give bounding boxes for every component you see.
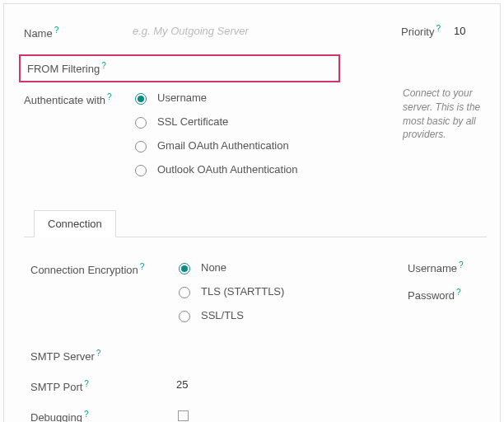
encryption-help-icon[interactable]: ? bbox=[140, 262, 145, 271]
auth-option-username: Username bbox=[157, 91, 207, 104]
smtp-server-label: SMTP Server? bbox=[30, 347, 175, 363]
credentials-block: Username? Password? bbox=[408, 260, 490, 316]
enc-radio-none[interactable] bbox=[179, 263, 190, 274]
tab-connection-body: Username? Password? Connection Encryptio… bbox=[24, 237, 487, 422]
enc-option-none: None bbox=[201, 261, 226, 274]
smtp-port-label: SMTP Port? bbox=[30, 377, 175, 393]
auth-option-outlook: Outlook OAuth Authentication bbox=[157, 163, 298, 176]
tabs-bar: Connection bbox=[24, 209, 487, 237]
encryption-label: Connection Encryption? bbox=[30, 260, 175, 276]
tab-connection[interactable]: Connection bbox=[34, 210, 116, 237]
from-filtering-row: FROM Filtering? bbox=[19, 54, 340, 82]
name-input[interactable] bbox=[131, 24, 279, 38]
smtp-server-input[interactable] bbox=[175, 347, 323, 361]
from-filtering-help-icon[interactable]: ? bbox=[101, 61, 106, 70]
auth-radio-gmail[interactable] bbox=[135, 141, 147, 152]
username-label: Username bbox=[408, 262, 457, 274]
password-label: Password bbox=[408, 289, 455, 302]
auth-radio-outlook[interactable] bbox=[135, 165, 147, 176]
debugging-label: Debugging? bbox=[30, 408, 175, 422]
priority-help-icon[interactable]: ? bbox=[436, 24, 441, 33]
auth-option-sslcert: SSL Certificate bbox=[157, 115, 228, 128]
name-help-icon[interactable]: ? bbox=[54, 26, 59, 35]
from-filtering-label: FROM Filtering bbox=[27, 63, 100, 76]
password-help-icon[interactable]: ? bbox=[456, 288, 461, 297]
auth-radio-username[interactable] bbox=[135, 93, 147, 105]
username-help-icon[interactable]: ? bbox=[459, 260, 464, 270]
auth-description: Connect to your server. This is the most… bbox=[403, 87, 502, 142]
enc-option-tls: TLS (STARTTLS) bbox=[201, 285, 284, 298]
priority-label: Priority? bbox=[401, 24, 441, 38]
auth-radio-sslcert[interactable] bbox=[135, 117, 147, 129]
debugging-checkbox[interactable] bbox=[178, 410, 189, 421]
debugging-help-icon[interactable]: ? bbox=[84, 410, 89, 419]
priority-input[interactable] bbox=[452, 24, 477, 38]
auth-option-gmail: Gmail OAuth Authentication bbox=[157, 139, 289, 152]
enc-radio-tls[interactable] bbox=[179, 287, 190, 298]
smtp-port-input[interactable] bbox=[175, 377, 323, 392]
enc-option-ssl: SSL/TLS bbox=[201, 309, 244, 321]
smtp-port-help-icon[interactable]: ? bbox=[84, 379, 89, 388]
auth-help-icon[interactable]: ? bbox=[107, 92, 112, 101]
settings-panel: Priority? Name? FROM Filtering? Authenti… bbox=[3, 3, 501, 422]
name-label: Name? bbox=[24, 24, 131, 40]
smtp-server-help-icon[interactable]: ? bbox=[96, 349, 101, 358]
priority-block: Priority? bbox=[401, 4, 500, 38]
auth-label: Authenticate with? bbox=[24, 91, 131, 106]
enc-radio-ssl[interactable] bbox=[179, 311, 190, 322]
